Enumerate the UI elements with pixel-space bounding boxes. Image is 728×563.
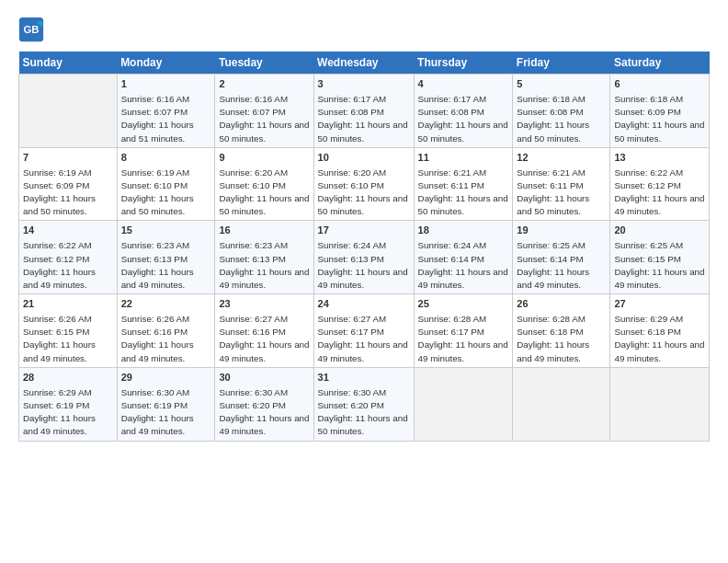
day-info: Sunrise: 6:27 AMSunset: 6:16 PMDaylight:… (219, 314, 309, 363)
day-info: Sunrise: 6:24 AMSunset: 6:14 PMDaylight:… (418, 240, 508, 290)
calendar-cell: 30Sunrise: 6:30 AMSunset: 6:20 PMDayligh… (215, 367, 313, 441)
day-number: 20 (614, 224, 705, 237)
calendar-cell: 22Sunrise: 6:26 AMSunset: 6:16 PMDayligh… (117, 294, 215, 368)
calendar-cell: 7Sunrise: 6:19 AMSunset: 6:09 PMDaylight… (19, 147, 118, 221)
day-number: 31 (318, 371, 410, 385)
week-row-2: 7Sunrise: 6:19 AMSunset: 6:09 PMDaylight… (19, 147, 710, 221)
day-info: Sunrise: 6:23 AMSunset: 6:13 PMDaylight:… (219, 240, 309, 290)
day-number: 6 (614, 77, 705, 91)
day-number: 19 (517, 224, 606, 237)
day-number: 1 (121, 77, 211, 91)
day-info: Sunrise: 6:18 AMSunset: 6:09 PMDaylight:… (614, 94, 704, 144)
col-header-tuesday: Tuesday (215, 52, 313, 75)
calendar-cell: 3Sunrise: 6:17 AMSunset: 6:08 PMDaylight… (313, 75, 414, 148)
calendar-cell: 29Sunrise: 6:30 AMSunset: 6:19 PMDayligh… (117, 367, 215, 441)
day-info: Sunrise: 6:30 AMSunset: 6:19 PMDaylight:… (121, 387, 194, 437)
day-number: 2 (219, 77, 309, 91)
calendar-cell: 16Sunrise: 6:23 AMSunset: 6:13 PMDayligh… (215, 221, 313, 294)
calendar-cell: 26Sunrise: 6:28 AMSunset: 6:18 PMDayligh… (513, 294, 610, 368)
day-info: Sunrise: 6:26 AMSunset: 6:16 PMDaylight:… (121, 314, 194, 363)
day-info: Sunrise: 6:16 AMSunset: 6:07 PMDaylight:… (219, 94, 309, 144)
calendar-cell (19, 75, 118, 148)
calendar-cell: 24Sunrise: 6:27 AMSunset: 6:17 PMDayligh… (313, 294, 414, 368)
day-info: Sunrise: 6:22 AMSunset: 6:12 PMDaylight:… (23, 240, 96, 290)
day-info: Sunrise: 6:20 AMSunset: 6:10 PMDaylight:… (219, 167, 309, 217)
calendar-cell: 13Sunrise: 6:22 AMSunset: 6:12 PMDayligh… (610, 147, 710, 221)
day-info: Sunrise: 6:26 AMSunset: 6:15 PMDaylight:… (23, 314, 96, 363)
calendar-cell: 11Sunrise: 6:21 AMSunset: 6:11 PMDayligh… (414, 147, 513, 221)
day-number: 12 (517, 151, 606, 165)
day-number: 25 (418, 297, 509, 311)
logo: GB (18, 17, 48, 42)
day-number: 9 (219, 151, 309, 165)
calendar-cell (513, 367, 610, 441)
day-number: 3 (318, 77, 410, 91)
calendar-cell: 14Sunrise: 6:22 AMSunset: 6:12 PMDayligh… (19, 221, 118, 294)
day-info: Sunrise: 6:21 AMSunset: 6:11 PMDaylight:… (517, 167, 589, 217)
day-info: Sunrise: 6:21 AMSunset: 6:11 PMDaylight:… (418, 167, 508, 217)
calendar-cell (610, 367, 710, 441)
day-info: Sunrise: 6:24 AMSunset: 6:13 PMDaylight:… (318, 240, 408, 290)
day-number: 14 (23, 224, 113, 237)
day-number: 17 (318, 224, 410, 237)
day-number: 23 (219, 297, 309, 311)
day-number: 24 (318, 297, 410, 311)
day-number: 27 (614, 297, 705, 311)
svg-text:GB: GB (23, 24, 39, 35)
day-info: Sunrise: 6:25 AMSunset: 6:15 PMDaylight:… (614, 240, 704, 290)
header: GB (18, 17, 710, 42)
calendar-cell: 10Sunrise: 6:20 AMSunset: 6:10 PMDayligh… (313, 147, 414, 221)
day-info: Sunrise: 6:20 AMSunset: 6:10 PMDaylight:… (318, 167, 408, 217)
day-number: 28 (23, 371, 113, 385)
calendar-cell: 12Sunrise: 6:21 AMSunset: 6:11 PMDayligh… (513, 147, 610, 221)
week-row-5: 28Sunrise: 6:29 AMSunset: 6:19 PMDayligh… (19, 367, 710, 441)
day-info: Sunrise: 6:29 AMSunset: 6:19 PMDaylight:… (23, 387, 96, 437)
col-header-wednesday: Wednesday (313, 52, 414, 75)
day-info: Sunrise: 6:29 AMSunset: 6:18 PMDaylight:… (614, 314, 704, 363)
calendar-cell: 1Sunrise: 6:16 AMSunset: 6:07 PMDaylight… (117, 75, 215, 148)
day-number: 13 (614, 151, 705, 165)
col-header-sunday: Sunday (19, 52, 118, 75)
col-header-friday: Friday (513, 52, 610, 75)
calendar-cell: 6Sunrise: 6:18 AMSunset: 6:09 PMDaylight… (610, 75, 710, 148)
day-number: 7 (23, 151, 113, 165)
day-info: Sunrise: 6:22 AMSunset: 6:12 PMDaylight:… (614, 167, 704, 217)
day-number: 26 (517, 297, 606, 311)
day-info: Sunrise: 6:18 AMSunset: 6:08 PMDaylight:… (517, 94, 589, 144)
day-info: Sunrise: 6:28 AMSunset: 6:18 PMDaylight:… (517, 314, 589, 363)
header-row: SundayMondayTuesdayWednesdayThursdayFrid… (19, 52, 710, 75)
day-number: 18 (418, 224, 509, 237)
week-row-1: 1Sunrise: 6:16 AMSunset: 6:07 PMDaylight… (19, 75, 710, 148)
col-header-monday: Monday (117, 52, 215, 75)
calendar-cell: 25Sunrise: 6:28 AMSunset: 6:17 PMDayligh… (414, 294, 513, 368)
day-info: Sunrise: 6:17 AMSunset: 6:08 PMDaylight:… (418, 94, 508, 144)
week-row-3: 14Sunrise: 6:22 AMSunset: 6:12 PMDayligh… (19, 221, 710, 294)
calendar-cell: 19Sunrise: 6:25 AMSunset: 6:14 PMDayligh… (513, 221, 610, 294)
calendar-cell: 2Sunrise: 6:16 AMSunset: 6:07 PMDaylight… (215, 75, 313, 148)
calendar-cell: 21Sunrise: 6:26 AMSunset: 6:15 PMDayligh… (19, 294, 118, 368)
calendar-cell: 20Sunrise: 6:25 AMSunset: 6:15 PMDayligh… (610, 221, 710, 294)
day-number: 30 (219, 371, 309, 385)
day-number: 11 (418, 151, 509, 165)
day-number: 5 (517, 77, 606, 91)
calendar-cell: 18Sunrise: 6:24 AMSunset: 6:14 PMDayligh… (414, 221, 513, 294)
day-number: 10 (318, 151, 410, 165)
col-header-saturday: Saturday (610, 52, 710, 75)
calendar-cell: 31Sunrise: 6:30 AMSunset: 6:20 PMDayligh… (313, 367, 414, 441)
calendar-cell: 23Sunrise: 6:27 AMSunset: 6:16 PMDayligh… (215, 294, 313, 368)
day-info: Sunrise: 6:19 AMSunset: 6:09 PMDaylight:… (23, 167, 96, 217)
calendar-cell: 4Sunrise: 6:17 AMSunset: 6:08 PMDaylight… (414, 75, 513, 148)
day-number: 29 (121, 371, 211, 385)
calendar-table: SundayMondayTuesdayWednesdayThursdayFrid… (18, 52, 710, 442)
calendar-cell: 28Sunrise: 6:29 AMSunset: 6:19 PMDayligh… (19, 367, 118, 441)
calendar-cell: 17Sunrise: 6:24 AMSunset: 6:13 PMDayligh… (313, 221, 414, 294)
day-info: Sunrise: 6:23 AMSunset: 6:13 PMDaylight:… (121, 240, 194, 290)
col-header-thursday: Thursday (414, 52, 513, 75)
calendar-cell: 27Sunrise: 6:29 AMSunset: 6:18 PMDayligh… (610, 294, 710, 368)
day-info: Sunrise: 6:28 AMSunset: 6:17 PMDaylight:… (418, 314, 508, 363)
day-info: Sunrise: 6:30 AMSunset: 6:20 PMDaylight:… (318, 387, 408, 437)
day-number: 8 (121, 151, 211, 165)
day-number: 21 (23, 297, 113, 311)
day-info: Sunrise: 6:16 AMSunset: 6:07 PMDaylight:… (121, 94, 194, 144)
week-row-4: 21Sunrise: 6:26 AMSunset: 6:15 PMDayligh… (19, 294, 710, 368)
